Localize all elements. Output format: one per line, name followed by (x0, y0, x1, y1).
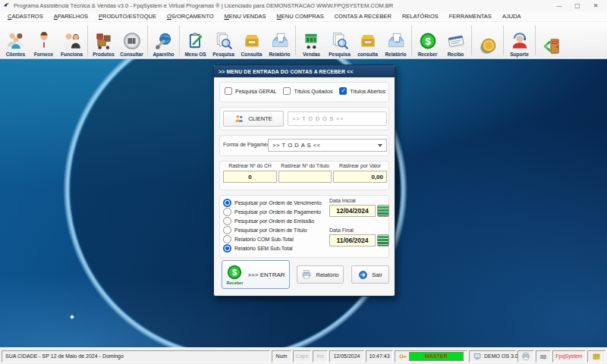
status-license: DEMO OS 3.0 (484, 353, 518, 359)
sair-button[interactable]: Sair (351, 265, 389, 284)
device-globe-wrench-icon (154, 31, 174, 51)
toolbar-separator (179, 26, 180, 55)
grid-icon (592, 352, 601, 361)
toolbar-vendas-relatorio[interactable]: Relatório (382, 23, 410, 58)
statusbar: SUA CIDADE - SP 12 de Maio de 2024 - Dom… (0, 347, 607, 364)
data-inicial-input[interactable]: 12/04/2024 (329, 205, 376, 217)
radio-dot (223, 235, 231, 243)
status-grid-panel[interactable] (587, 350, 605, 362)
levels-icon (539, 352, 548, 361)
drawer-icon (358, 31, 378, 51)
toolbar-separator (471, 26, 472, 55)
app-icon (2, 2, 11, 10)
menu-cadastros[interactable]: CADASTROS (2, 13, 49, 20)
toolbar-sair[interactable] (537, 23, 565, 58)
close-button[interactable]: ✕ (587, 1, 605, 11)
radio-ordem-emissao[interactable]: Pesquisar por Ordem de Emissão (223, 216, 322, 225)
forma-pagamento-select[interactable]: >> T O D A S << (268, 139, 387, 152)
menu-os-orcamento[interactable]: OS/ORÇAMENTO (162, 13, 219, 20)
exit-arrow-icon (358, 270, 368, 280)
toolbar-suporte[interactable]: Suporte (505, 23, 533, 58)
toolbar-menu-os[interactable]: Menu OS (181, 23, 209, 58)
data-final-label: Data Final (329, 228, 390, 233)
checkbox-box-checked (339, 87, 347, 95)
toolbar-receber[interactable]: $ Receber (414, 23, 442, 58)
calendar-button-icon[interactable] (377, 234, 389, 246)
menu-contas-a-receber[interactable]: CONTAS A RECEBER (329, 13, 397, 20)
toolbar-separator (503, 26, 504, 55)
data-inicial-label: Data Inicial (329, 198, 390, 203)
menu-aparelhos[interactable]: APARELHOS (49, 13, 93, 20)
radio-dot (223, 208, 231, 216)
radio-dot-selected (223, 199, 231, 207)
dialog-titlebar[interactable]: >> MENU DE ENTRADA DO CONTAS A RECEBER <… (214, 65, 395, 77)
window-title: Programa Assistência Técnica & Vendas v3… (14, 2, 550, 9)
desktop-wallpaper: >> MENU DE ENTRADA DO CONTAS A RECEBER <… (0, 59, 607, 347)
chevron-down-icon (378, 144, 382, 147)
data-final-input[interactable]: 11/06/2024 (329, 234, 376, 246)
svg-text:$: $ (232, 268, 237, 277)
report-tray-icon (386, 31, 406, 51)
menu-vendas[interactable]: MENU VENDAS (219, 13, 272, 20)
cliente-button[interactable]: CLIENTE (223, 111, 284, 127)
checkbox-pesquisa-geral[interactable]: Pesquisa GERAL (225, 87, 276, 95)
radio-ordem-pagamento[interactable]: Pesquisar por Ordem de Pagamento (223, 207, 322, 216)
status-levels-panel[interactable] (536, 350, 551, 362)
minimize-button[interactable]: — (550, 1, 568, 11)
key-icon (398, 352, 407, 361)
menu-compras[interactable]: MENU COMPRAS (272, 13, 329, 20)
toolbar-produtos[interactable]: Produtos (90, 23, 118, 58)
entrar-button[interactable]: $ Receber >>> ENTRAR (222, 260, 290, 289)
radio-ordem-vencimento[interactable]: Pesquisar por Ordem de Vencimento (223, 198, 322, 207)
calendar-button-icon[interactable] (377, 205, 389, 217)
clipboard-pencil-icon (186, 31, 206, 51)
radio-relatorio-sem-subtotal[interactable]: Relatório SEM Sub-Total (223, 243, 322, 253)
toolbar-vendas-consulta[interactable]: consulta (354, 23, 382, 58)
radio-ordem-titulo[interactable]: Pesquisar por Ordem de Título (223, 225, 322, 234)
toolbar-consultar[interactable]: Consultar (118, 23, 146, 58)
status-date: 12/05/2024 (329, 350, 364, 362)
menu-produto-estoque[interactable]: PRODUTO/ESTOQUE (93, 13, 162, 20)
employees-icon (62, 31, 82, 51)
toolbar-vendas[interactable]: Vendas (297, 23, 326, 58)
titlebar: Programa Assistência Técnica & Vendas v3… (0, 0, 607, 11)
toolbar-separator (87, 26, 88, 55)
rastrear-ch-input[interactable]: 0 (223, 171, 277, 183)
toolbar-fornecedores[interactable]: Fornece (30, 23, 58, 58)
status-location: SUA CIDADE - SP 12 de Maio de 2024 - Dom… (2, 350, 270, 362)
radio-relatorio-com-subtotal[interactable]: Relatório COM Sub-Total (223, 234, 322, 243)
toolbar-vendas-pesquisa[interactable]: Pesquisa (326, 23, 354, 58)
toolbar-os-relatorio[interactable]: Relatório (266, 23, 294, 58)
radio-dot-selected (223, 244, 231, 253)
contas-a-receber-dialog: >> MENU DE ENTRADA DO CONTAS A RECEBER <… (213, 64, 395, 297)
radio-dot (223, 217, 231, 225)
clients-people-icon (6, 31, 26, 51)
search-pages-icon (330, 31, 350, 51)
toolbar-os-pesquisa[interactable]: Pesquisa (209, 23, 237, 58)
maximize-button[interactable]: ▢ (568, 1, 587, 11)
rastrear-valor-input[interactable]: 0,00 (333, 171, 387, 183)
toolbar-recibo[interactable]: Recibo (442, 23, 470, 58)
exit-door-icon (542, 36, 561, 56)
toolbar-moeda[interactable] (473, 23, 502, 58)
menu-ajuda[interactable]: AJUDA (497, 13, 527, 20)
toolbar-os-consulta[interactable]: Consulta (237, 23, 266, 58)
status-user-panel: MASTER (395, 350, 467, 362)
checkbox-titulos-abertos[interactable]: Títulos Abertos (339, 87, 385, 95)
rastrear-ch-label: Rastrear Nº do CH (223, 163, 277, 168)
menu-relatorios[interactable]: RELATÓRIOS (397, 13, 444, 20)
status-user: MASTER (409, 352, 464, 361)
toolbar-aparelho[interactable]: Aparelho (149, 23, 178, 58)
checkbox-titulos-quitados[interactable]: Títulos Quitados (283, 87, 332, 95)
status-printer-panel[interactable] (517, 350, 534, 362)
toolbar-clientes[interactable]: Clientes (2, 23, 30, 58)
cliente-input[interactable]: >> T O D O S << (288, 111, 387, 126)
toolbar-funcionarios[interactable]: Funciona (58, 23, 86, 58)
toolbar: Clientes Fornece Funciona Produtos (0, 22, 607, 59)
menu-ferramentas[interactable]: FERRAMENTAS (444, 13, 497, 20)
support-agent-icon (510, 31, 530, 51)
receipt-icon (446, 31, 466, 51)
radio-dot (223, 226, 231, 234)
relatorio-button[interactable]: Relatório (297, 265, 344, 284)
rastrear-titulo-input[interactable] (278, 171, 332, 183)
